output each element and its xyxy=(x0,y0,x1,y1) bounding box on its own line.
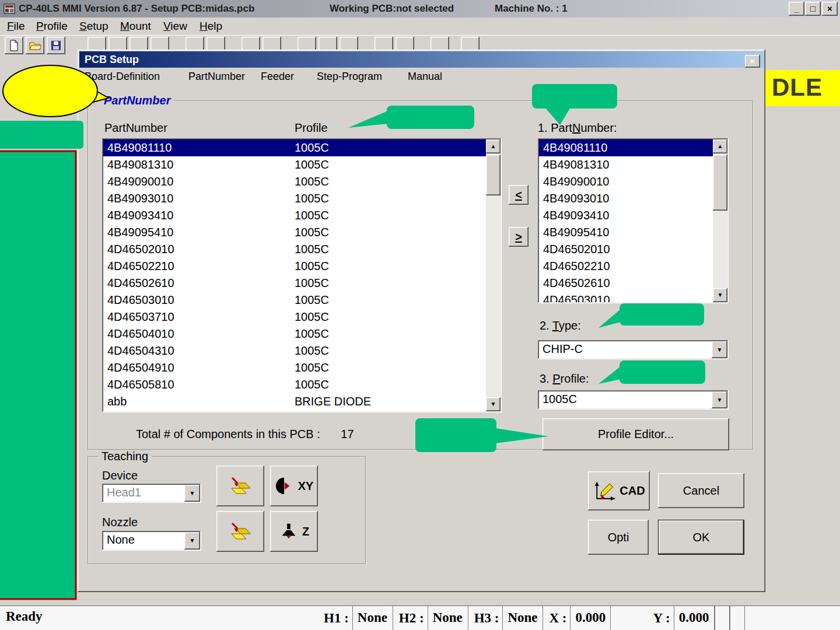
scroll-down-icon[interactable]: ▼ xyxy=(486,397,501,411)
pcb-parts-list[interactable]: 4B49081110 1005C 4B49081310 1005C 4B4909… xyxy=(102,138,502,412)
part-list-row[interactable]: 4D46502010 1005C xyxy=(103,241,486,258)
move-left-button[interactable]: < xyxy=(509,185,528,205)
menu-help[interactable]: Help xyxy=(195,18,227,35)
part-list-row[interactable]: 4B49081110 1005C xyxy=(103,139,486,156)
scrollbar-thumb[interactable] xyxy=(486,155,501,195)
status-field-value: None xyxy=(352,606,393,630)
dialog-menu-partnumber[interactable]: PartNumber xyxy=(188,68,245,85)
selected-part-row[interactable]: 4B49093010 xyxy=(539,190,713,207)
part-list-row[interactable]: 4B49081310 1005C xyxy=(103,156,486,173)
selected-part-row[interactable]: 4D46502210 xyxy=(539,258,713,275)
annotation-highlight-column xyxy=(0,151,76,599)
part-list-row[interactable]: 4B49095410 1005C xyxy=(103,224,486,241)
part-list-row[interactable]: 4D46502210 1005C xyxy=(103,258,486,275)
menu-file[interactable]: File xyxy=(2,18,30,35)
scroll-down-icon[interactable]: ▼ xyxy=(713,288,727,302)
selected-part-row[interactable]: 4B49090010 xyxy=(539,173,713,190)
selected-parts-list[interactable]: 4B49081110 4B49081310 4B49090010 4B49093… xyxy=(538,138,729,303)
left-list-scrollbar[interactable]: ▲ ▼ xyxy=(486,139,501,411)
part-list-row[interactable]: 4D46504910 1005C xyxy=(103,359,486,376)
dialog-menu-step-program[interactable]: Step-Program xyxy=(317,68,382,85)
dialog-menu-board-definition[interactable]: Board-Definition xyxy=(85,68,160,85)
profile-cell: 1005C xyxy=(295,342,329,359)
part-list-row[interactable]: 4B49093410 1005C xyxy=(103,207,486,224)
save-floppy-icon xyxy=(51,40,61,51)
z-button-label: Z xyxy=(302,525,309,538)
opti-button[interactable]: Opti xyxy=(588,520,649,555)
right-list-scrollbar[interactable]: ▲ ▼ xyxy=(713,139,727,302)
scroll-up-icon[interactable]: ▲ xyxy=(486,139,501,153)
status-field-value: None xyxy=(502,606,543,630)
total-components-label: Total # of Components in this PCB : 17 xyxy=(136,426,354,442)
part-number-cell: 4B49095410 xyxy=(107,226,173,239)
close-button[interactable]: × xyxy=(822,2,838,16)
nozzle-combobox[interactable]: None ▼ xyxy=(102,531,201,551)
chevron-down-icon[interactable]: ▼ xyxy=(184,532,200,550)
partnumber-group-label: PartNumber xyxy=(100,94,174,107)
open-file-button[interactable] xyxy=(26,37,44,54)
save-file-button[interactable] xyxy=(47,37,65,54)
selected-part-row[interactable]: 4B49081110 xyxy=(539,139,713,156)
profile-editor-button[interactable]: Profile Editor... xyxy=(542,418,729,450)
new-file-button[interactable] xyxy=(5,37,23,54)
profile-value: 1005C xyxy=(538,390,729,410)
dialog-menu-feeder[interactable]: Feeder xyxy=(261,68,294,85)
ok-button[interactable]: OK xyxy=(658,520,744,555)
part-number-cell: 4B49095410 xyxy=(543,226,609,239)
menu-setup[interactable]: Setup xyxy=(75,18,113,35)
selected-part-row[interactable]: 4B49095410 xyxy=(539,224,713,241)
move-right-button[interactable]: > xyxy=(509,227,528,247)
type-value: CHIP-C xyxy=(538,340,729,359)
teach-xy-button[interactable]: XY xyxy=(270,466,318,506)
selected-part-row[interactable]: 4D46502610 xyxy=(539,275,713,292)
dialog-menu-manual[interactable]: Manual xyxy=(408,68,442,85)
teach-nozzle-button[interactable] xyxy=(216,511,264,552)
part-number-cell: 4D46502010 xyxy=(543,243,610,256)
status-field-value: 0.000 xyxy=(674,606,715,630)
app-icon xyxy=(4,3,15,17)
profile-cell: 1005C xyxy=(295,173,329,190)
part-list-row[interactable]: 4B49090010 1005C xyxy=(103,173,486,190)
chevron-down-icon[interactable]: ▼ xyxy=(712,391,727,408)
part-list-row[interactable]: 4D46503710 1005C xyxy=(103,309,486,326)
selected-part-row[interactable]: 4D46503010 xyxy=(539,292,713,302)
menu-mount[interactable]: Mount xyxy=(116,18,156,35)
menu-view[interactable]: View xyxy=(159,18,192,35)
chevron-down-icon[interactable]: ▼ xyxy=(712,341,727,358)
profile-cell: 1005C xyxy=(295,292,329,309)
teach-device-button[interactable] xyxy=(216,466,264,506)
menu-profile[interactable]: Profile xyxy=(32,18,72,35)
type-combobox[interactable]: CHIP-C ▼ xyxy=(538,340,729,359)
profile-cell: 1005C xyxy=(295,326,329,342)
minimize-button[interactable]: _ xyxy=(789,2,804,16)
teach-z-button[interactable]: Z xyxy=(270,511,318,552)
selected-part-row[interactable]: 4D46502010 xyxy=(539,241,713,258)
status-cell-empty xyxy=(730,606,745,630)
part-list-row[interactable]: 4D46503010 1005C xyxy=(103,292,486,309)
profile-combobox[interactable]: 1005C ▼ xyxy=(538,390,729,410)
selected-part-row[interactable]: 4B49081310 xyxy=(539,156,713,173)
part-list-row[interactable]: 4D46504010 1005C xyxy=(103,326,486,342)
machine-status-banner: DLE xyxy=(755,70,840,106)
scrollbar-thumb[interactable] xyxy=(713,155,727,211)
cad-button[interactable]: CAD xyxy=(588,471,650,510)
scroll-up-icon[interactable]: ▲ xyxy=(713,139,727,153)
part-list-row[interactable]: abb BRIGE DIODE xyxy=(103,393,486,410)
xy-button-label: XY xyxy=(298,480,314,493)
dialog-close-button[interactable]: × xyxy=(745,55,760,68)
part-number-cell: 4B49093010 xyxy=(107,192,173,205)
part-number-cell: 4B49093410 xyxy=(107,209,173,222)
part-list-row[interactable]: 4D46502610 1005C xyxy=(103,275,486,292)
profile-cell: 1005C xyxy=(295,376,329,393)
part-number-cell: 4B49081110 xyxy=(543,141,607,154)
part-list-row[interactable]: 4B49093010 1005C xyxy=(103,190,486,207)
restore-button[interactable]: □ xyxy=(805,2,821,16)
status-field-label: H3 : xyxy=(474,611,499,626)
status-field-label: X : xyxy=(549,611,566,626)
profile-cell: 1005C xyxy=(295,224,329,241)
cancel-button[interactable]: Cancel xyxy=(658,473,744,508)
part-list-row[interactable]: 4D46504310 1005C xyxy=(103,342,486,359)
selected-part-row[interactable]: 4B49093410 xyxy=(539,207,713,224)
part-list-row[interactable]: 4D46505810 1005C xyxy=(103,376,486,393)
dialog-titlebar[interactable]: PCB Setup × xyxy=(79,51,764,68)
